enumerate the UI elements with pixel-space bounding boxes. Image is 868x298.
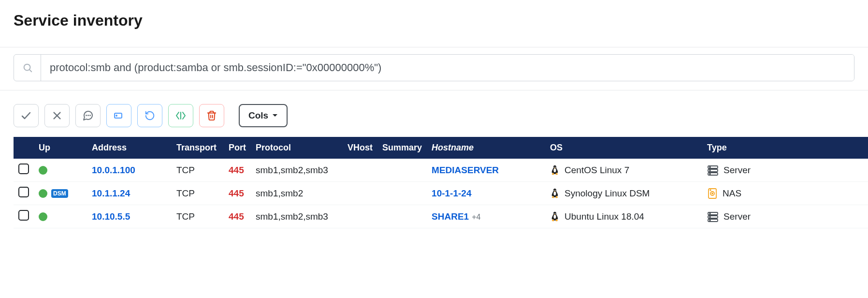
svg-point-24 — [554, 190, 554, 191]
merge-button[interactable] — [168, 104, 193, 127]
tux-icon — [550, 211, 560, 222]
columns-label: Cols — [248, 110, 268, 121]
col-summary[interactable]: Summary — [377, 137, 427, 159]
svg-point-19 — [709, 170, 710, 171]
svg-point-10 — [554, 168, 556, 172]
svg-point-4 — [86, 115, 87, 116]
col-hostname[interactable]: Hostname — [427, 137, 545, 159]
caret-down-icon — [272, 114, 278, 118]
svg-point-14 — [555, 167, 556, 167]
svg-line-1 — [29, 70, 31, 72]
svg-point-18 — [709, 166, 710, 167]
hostname-link[interactable]: SHARE1 — [432, 211, 469, 222]
col-protocol[interactable]: Protocol — [251, 137, 343, 159]
col-address[interactable]: Address — [87, 137, 172, 159]
rescan-button[interactable] — [137, 104, 162, 127]
service-table: Up Address Transport Port Protocol VHost… — [14, 137, 868, 228]
port-cell: 445 — [229, 188, 244, 198]
svg-point-20 — [709, 173, 710, 174]
approve-button[interactable] — [14, 104, 39, 127]
col-transport[interactable]: Transport — [172, 137, 224, 159]
toolbar: Cols — [0, 90, 868, 137]
transport-cell: TCP — [172, 159, 224, 182]
transport-cell: TCP — [172, 182, 224, 205]
svg-point-39 — [709, 216, 710, 217]
row-checkbox[interactable] — [18, 210, 29, 221]
search-icon — [14, 55, 41, 81]
comment-button[interactable] — [75, 104, 101, 127]
status-dot-icon — [39, 189, 47, 198]
status-dot-icon — [39, 166, 47, 175]
protocol-cell: smb1,smb2,smb3 — [251, 159, 343, 182]
search-box — [14, 54, 854, 81]
page-title: Service inventory — [0, 0, 868, 47]
search-bar — [0, 47, 868, 90]
vhost-cell — [343, 159, 377, 182]
row-checkbox[interactable] — [18, 187, 29, 197]
summary-cell — [377, 182, 427, 205]
port-cell: 445 — [229, 165, 244, 175]
delete-button[interactable] — [199, 104, 224, 127]
tux-icon — [550, 188, 560, 199]
nas-icon — [707, 188, 718, 199]
protocol-cell: smb1,smb2,smb3 — [251, 205, 343, 228]
server-icon — [707, 211, 719, 222]
col-os[interactable]: OS — [545, 137, 702, 159]
svg-point-13 — [554, 167, 554, 167]
type-cell: Server — [723, 211, 751, 222]
vhost-cell — [343, 205, 377, 228]
status-dot-icon — [39, 212, 47, 221]
col-up[interactable]: Up — [34, 137, 87, 159]
col-type[interactable]: Type — [702, 137, 868, 159]
tag-button[interactable] — [106, 104, 131, 127]
svg-point-34 — [555, 213, 556, 214]
os-cell: CentOS Linux 7 — [564, 165, 629, 176]
summary-cell — [377, 159, 427, 182]
columns-dropdown[interactable]: Cols — [239, 104, 288, 127]
address-link[interactable]: 10.0.1.100 — [92, 165, 135, 175]
table-row: 10.0.1.100TCP445smb1,smb2,smb3MEDIASERVE… — [14, 159, 868, 182]
table-row: DSM10.1.1.24TCP445smb1,smb210-1-1-24Syno… — [14, 182, 868, 205]
type-cell: Server — [723, 165, 751, 176]
os-cell: Ubuntu Linux 18.04 — [564, 211, 644, 222]
os-badge: DSM — [51, 189, 68, 198]
svg-point-21 — [554, 192, 556, 195]
vhost-cell — [343, 182, 377, 205]
table-header-row: Up Address Transport Port Protocol VHost… — [14, 137, 868, 159]
svg-point-30 — [554, 215, 556, 219]
svg-point-40 — [709, 220, 710, 221]
server-icon — [707, 165, 719, 176]
search-input[interactable] — [41, 55, 854, 81]
protocol-cell: smb1,smb2 — [251, 182, 343, 205]
col-vhost[interactable]: VHost — [343, 137, 377, 159]
reject-button[interactable] — [44, 104, 70, 127]
svg-point-38 — [709, 213, 710, 214]
svg-point-28 — [712, 193, 713, 194]
hostname-extra: +4 — [472, 213, 480, 221]
address-link[interactable]: 10.10.5.5 — [92, 211, 130, 222]
svg-point-6 — [90, 115, 90, 116]
tux-icon — [550, 165, 560, 176]
os-cell: Synology Linux DSM — [564, 188, 650, 199]
hostname-link[interactable]: 10-1-1-24 — [432, 188, 471, 198]
transport-cell: TCP — [172, 205, 224, 228]
hostname-link[interactable]: MEDIASERVER — [432, 165, 499, 175]
type-cell: NAS — [723, 188, 741, 199]
port-cell: 445 — [229, 211, 244, 222]
svg-point-8 — [116, 115, 117, 116]
table-row: 10.10.5.5TCP445smb1,smb2,smb3SHARE1+4Ubu… — [14, 205, 868, 228]
svg-point-33 — [554, 213, 554, 214]
summary-cell — [377, 205, 427, 228]
address-link[interactable]: 10.1.1.24 — [92, 188, 130, 198]
row-checkbox[interactable] — [18, 164, 29, 174]
svg-point-29 — [710, 190, 711, 191]
svg-point-25 — [555, 190, 556, 191]
col-port[interactable]: Port — [224, 137, 251, 159]
svg-point-5 — [88, 115, 88, 116]
